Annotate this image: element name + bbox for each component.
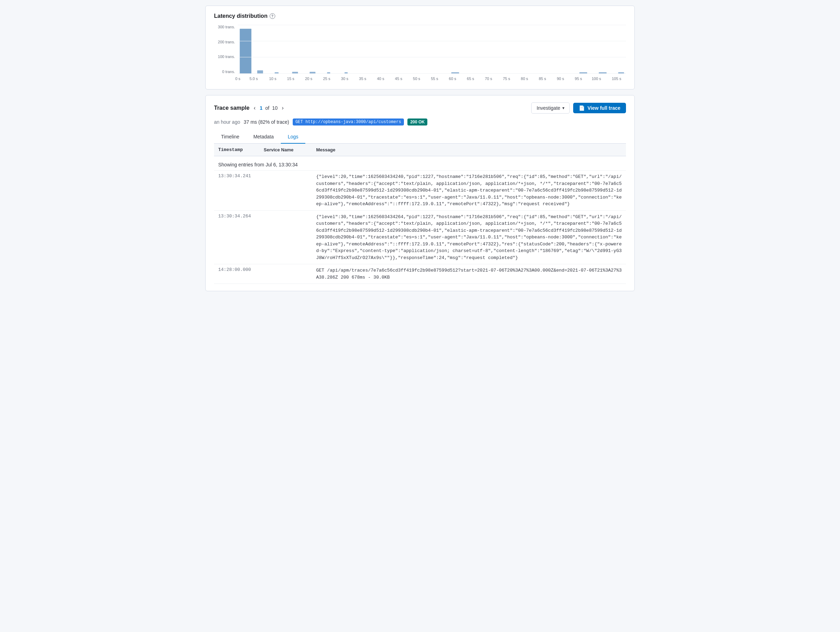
grid-line-bottom [238, 73, 626, 74]
log-timestamp-3: 14:28:00.000 [214, 264, 259, 284]
x-label-85: 85 s [539, 77, 546, 81]
y-label-0: 0 trans. [222, 69, 235, 74]
x-label-25: 25 s [323, 77, 330, 81]
log-message-1: {"level":20,"time":1625603434240,"pid":1… [312, 170, 626, 211]
document-icon: 📄 [579, 105, 585, 111]
trace-actions: Investigate ▾ 📄 View full trace [531, 102, 626, 113]
y-label-100: 100 trans. [218, 55, 235, 59]
col-header-service: Service Name [259, 143, 312, 156]
logs-table-body: Showing entries from Jul 6, 13:30:34 13:… [214, 156, 626, 284]
col-header-timestamp: Timestamp [214, 143, 259, 156]
tab-logs[interactable]: Logs [281, 130, 305, 143]
showing-entries-text: Showing entries from Jul 6, 13:30:34 [214, 156, 626, 170]
x-label-40: 40 s [377, 77, 384, 81]
x-label-90: 90 s [557, 77, 564, 81]
table-row: 13:30:34.264 {"level":30,"time":16256034… [214, 210, 626, 264]
x-label-80: 80 s [521, 77, 528, 81]
chart-grid-lines [238, 25, 626, 74]
log-timestamp-1: 13:30:34.241 [214, 170, 259, 211]
chart-title-text: Latency distribution [214, 13, 267, 19]
chevron-down-icon: ▾ [562, 106, 564, 110]
x-label-75: 75 s [503, 77, 510, 81]
next-page-button[interactable]: › [281, 104, 285, 112]
chart-y-labels: 300 trans. 200 trans. 100 trans. 0 trans… [214, 25, 238, 74]
grid-line-top [238, 25, 626, 25]
grid-line-mid2 [238, 57, 626, 57]
y-label-300: 300 trans. [218, 25, 235, 29]
investigate-button[interactable]: Investigate ▾ [531, 102, 570, 113]
trace-status-badge: 200 OK [407, 118, 427, 126]
x-label-105: 105 s [612, 77, 621, 81]
x-label-15: 15 s [287, 77, 294, 81]
grid-line-mid1 [238, 41, 626, 41]
chart-area: 300 trans. 200 trans. 100 trans. 0 trans… [214, 25, 626, 81]
log-service-3 [259, 264, 312, 284]
tabs-row: Timeline Metadata Logs [214, 130, 626, 143]
of-text: of [265, 105, 270, 111]
trace-time-ago: an hour ago [214, 119, 240, 125]
showing-entries-row: Showing entries from Jul 6, 13:30:34 [214, 156, 626, 170]
total-pages: 10 [272, 105, 278, 111]
chart-title-row: Latency distribution ? [214, 13, 626, 19]
x-label-5: 5.0 s [249, 77, 258, 81]
latency-chart-card: Latency distribution ? 300 trans. 200 tr… [205, 6, 635, 90]
table-row: 14:28:00.000 GET /api/apm/traces/7e7a6c5… [214, 264, 626, 284]
trace-meta-row: an hour ago 37 ms (82% of trace) GET htt… [214, 118, 626, 126]
investigate-label: Investigate [537, 105, 560, 111]
chart-plot [238, 25, 626, 74]
trace-sample-title: Trace sample [214, 105, 249, 111]
table-row: 13:30:34.241 {"level":20,"time":16256034… [214, 170, 626, 211]
current-page-link[interactable]: 1 [260, 105, 263, 111]
x-label-20: 20 s [305, 77, 312, 81]
log-message-3: GET /api/apm/traces/7e7a6c56cd3ff419fc2b… [312, 264, 626, 284]
y-label-200: 200 trans. [218, 40, 235, 44]
tab-metadata[interactable]: Metadata [246, 130, 281, 143]
logs-scroll-area[interactable]: Timestamp Service Name Message Showing e… [214, 143, 626, 284]
log-service-1 [259, 170, 312, 211]
log-service-2 [259, 210, 312, 264]
logs-table-header: Timestamp Service Name Message [214, 143, 626, 156]
x-label-70: 70 s [485, 77, 492, 81]
x-label-60: 60 s [449, 77, 456, 81]
x-label-35: 35 s [359, 77, 366, 81]
x-label-50: 50 s [413, 77, 420, 81]
chart-x-labels: 0 s 5.0 s 10 s 15 s 20 s 25 s 30 s 35 s … [238, 77, 626, 81]
trace-url-badge: GET http://opbeans-java:3000/api/custome… [293, 118, 404, 126]
trace-duration: 37 ms (82% of trace) [244, 119, 289, 125]
log-message-2: {"level":30,"time":1625603434264,"pid":1… [312, 210, 626, 264]
x-label-45: 45 s [395, 77, 402, 81]
col-header-message: Message [312, 143, 626, 156]
view-full-trace-button[interactable]: 📄 View full trace [573, 103, 626, 113]
trace-title-row: Trace sample ‹ 1 of 10 › [214, 104, 285, 112]
help-icon[interactable]: ? [270, 13, 275, 19]
trace-sample-card: Trace sample ‹ 1 of 10 › Investigate ▾ 📄… [205, 95, 635, 291]
x-label-0: 0 s [235, 77, 241, 81]
x-label-100: 100 s [592, 77, 601, 81]
prev-page-button[interactable]: ‹ [252, 104, 257, 112]
x-label-95: 95 s [575, 77, 582, 81]
x-label-55: 55 s [431, 77, 438, 81]
page-wrapper: Latency distribution ? 300 trans. 200 tr… [200, 0, 640, 297]
logs-table: Timestamp Service Name Message Showing e… [214, 143, 626, 284]
view-full-trace-label: View full trace [587, 105, 621, 111]
tab-timeline[interactable]: Timeline [214, 130, 246, 143]
trace-header: Trace sample ‹ 1 of 10 › Investigate ▾ 📄… [214, 102, 626, 113]
x-label-10: 10 s [269, 77, 276, 81]
log-timestamp-2: 13:30:34.264 [214, 210, 259, 264]
x-label-65: 65 s [467, 77, 474, 81]
x-label-30: 30 s [341, 77, 348, 81]
